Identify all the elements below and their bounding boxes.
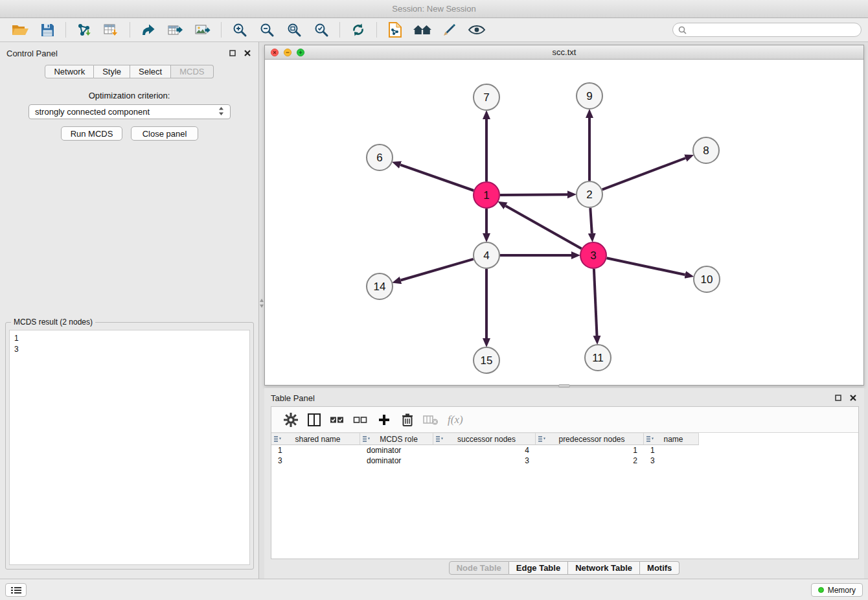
graph-node-label: 4 bbox=[483, 249, 489, 262]
criterion-dropdown[interactable]: strongly connected component bbox=[29, 104, 231, 119]
graph-node-11[interactable]: 11 bbox=[585, 345, 611, 371]
network-canvas[interactable]: 7968124314101511 bbox=[265, 60, 863, 385]
window-minimize-icon[interactable] bbox=[284, 49, 291, 56]
delete-row-button[interactable] bbox=[396, 410, 419, 430]
tab-style[interactable]: Style bbox=[94, 65, 130, 78]
graph-edge-3-10[interactable] bbox=[607, 258, 685, 275]
search-box[interactable] bbox=[672, 23, 862, 37]
memory-button[interactable]: Memory bbox=[811, 583, 863, 597]
table-row[interactable]: 3dominator323 bbox=[271, 456, 858, 466]
add-column-button[interactable] bbox=[372, 410, 396, 430]
tab-network[interactable]: Network bbox=[45, 65, 94, 78]
column-header-name[interactable]: name bbox=[644, 433, 699, 445]
table-cell: 1 bbox=[536, 446, 644, 455]
graph-edge-2-3[interactable] bbox=[590, 208, 592, 233]
save-session-button[interactable] bbox=[34, 19, 61, 40]
splitter-grip-icon[interactable] bbox=[260, 299, 264, 313]
graph-node-15[interactable]: 15 bbox=[474, 347, 499, 373]
network-window-title: scc.txt bbox=[265, 47, 863, 57]
tab-node-table[interactable]: Node Table bbox=[449, 561, 509, 575]
optimization-criterion-label: Optimization criterion: bbox=[0, 91, 258, 100]
graph-node-6[interactable]: 6 bbox=[367, 144, 393, 170]
table-toolbar: f(x) bbox=[271, 407, 858, 433]
tab-select[interactable]: Select bbox=[130, 65, 171, 78]
table-cell: 1 bbox=[271, 446, 360, 455]
graph-node-9[interactable]: 9 bbox=[577, 83, 602, 109]
eye-button[interactable] bbox=[463, 19, 490, 40]
export-image-button[interactable] bbox=[189, 19, 216, 40]
node-table-container: f(x) shared nameMCDS rolesuccessor nodes… bbox=[271, 406, 859, 559]
columns-icon bbox=[307, 413, 321, 427]
network-window-titlebar[interactable]: scc.txt bbox=[265, 45, 863, 60]
zoom-fit-button[interactable] bbox=[280, 19, 308, 40]
tab-mcds[interactable]: MCDS bbox=[171, 65, 213, 78]
close-panel-icon[interactable] bbox=[243, 49, 252, 58]
panel-splitter[interactable] bbox=[259, 42, 264, 579]
graph-node-10[interactable]: 10 bbox=[694, 266, 720, 292]
search-input[interactable] bbox=[690, 25, 856, 34]
zoom-selected-button[interactable] bbox=[308, 19, 335, 40]
refresh-button[interactable] bbox=[345, 19, 372, 40]
column-header-MCDS-role[interactable]: MCDS role bbox=[360, 433, 433, 445]
export-table-button[interactable] bbox=[162, 19, 189, 40]
import-table-button[interactable] bbox=[98, 19, 125, 40]
graph-edge-1-2[interactable] bbox=[500, 194, 567, 195]
zoom-in-button[interactable] bbox=[226, 19, 253, 40]
import-network-button[interactable] bbox=[71, 19, 98, 40]
deselect-all-button[interactable] bbox=[349, 410, 372, 430]
graph-node-1[interactable]: 1 bbox=[474, 182, 499, 208]
sort-icon bbox=[363, 435, 370, 443]
select-all-button[interactable] bbox=[326, 410, 349, 430]
memory-label: Memory bbox=[828, 586, 856, 595]
horizontal-splitter-grip[interactable] bbox=[558, 384, 570, 387]
graph-node-2[interactable]: 2 bbox=[577, 181, 602, 207]
network-file-icon bbox=[388, 22, 402, 38]
graph-node-14[interactable]: 14 bbox=[367, 273, 393, 299]
close-panel-button[interactable]: Close panel bbox=[131, 126, 198, 141]
graph-node-8[interactable]: 8 bbox=[693, 137, 719, 163]
task-history-button[interactable] bbox=[5, 583, 27, 597]
graph-edge-3-1[interactable] bbox=[506, 206, 582, 249]
zoom-out-button[interactable] bbox=[253, 19, 280, 40]
tab-motifs[interactable]: Motifs bbox=[640, 561, 680, 575]
graph-node-label: 15 bbox=[481, 354, 493, 367]
graph-edge-3-11[interactable] bbox=[594, 269, 597, 336]
tab-network-table[interactable]: Network Table bbox=[568, 561, 640, 575]
graph-node-3[interactable]: 3 bbox=[580, 242, 606, 268]
graph-node-4[interactable]: 4 bbox=[474, 242, 499, 268]
column-header-predecessor-nodes[interactable]: predecessor nodes bbox=[536, 433, 644, 445]
float-table-panel-icon[interactable] bbox=[834, 393, 843, 402]
network-file-button[interactable] bbox=[382, 19, 409, 40]
home-button[interactable] bbox=[409, 19, 436, 40]
window-titlebar: Session: New Session bbox=[0, 0, 868, 18]
graph-node-label: 6 bbox=[376, 152, 382, 164]
delete-column-button[interactable] bbox=[419, 410, 442, 430]
zoom-fit-icon bbox=[286, 22, 302, 38]
control-panel-title: Control Panel bbox=[6, 49, 58, 58]
window-zoom-icon[interactable] bbox=[297, 49, 304, 56]
close-table-panel-icon[interactable] bbox=[849, 393, 858, 402]
graph-edge-4-14[interactable] bbox=[401, 259, 474, 281]
open-file-button[interactable] bbox=[6, 19, 34, 40]
table-row[interactable]: 1dominator411 bbox=[271, 445, 858, 456]
function-builder-button[interactable]: f(x) bbox=[448, 413, 463, 426]
plus-icon bbox=[378, 414, 390, 426]
column-header-successor-nodes[interactable]: successor nodes bbox=[433, 433, 536, 445]
mcds-result-list[interactable]: 1 3 bbox=[9, 330, 250, 565]
graph-edge-1-6[interactable] bbox=[400, 165, 474, 190]
sort-icon bbox=[274, 435, 281, 443]
refresh-icon bbox=[350, 22, 366, 38]
style-brush-button[interactable] bbox=[436, 19, 463, 40]
table-panel-title: Table Panel bbox=[271, 393, 315, 403]
export-network-button[interactable] bbox=[135, 19, 162, 40]
table-settings-button[interactable] bbox=[279, 410, 303, 430]
show-columns-button[interactable] bbox=[303, 410, 326, 430]
graph-edge-2-8[interactable] bbox=[602, 158, 686, 190]
float-panel-icon[interactable] bbox=[228, 49, 237, 58]
graph-node-7[interactable]: 7 bbox=[474, 84, 499, 110]
window-close-icon[interactable] bbox=[271, 49, 279, 56]
tab-edge-table[interactable]: Edge Table bbox=[509, 561, 568, 575]
network-graph[interactable]: 7968124314101511 bbox=[265, 60, 863, 385]
column-header-shared-name[interactable]: shared name bbox=[271, 433, 360, 445]
run-mcds-button[interactable]: Run MCDS bbox=[61, 126, 122, 141]
